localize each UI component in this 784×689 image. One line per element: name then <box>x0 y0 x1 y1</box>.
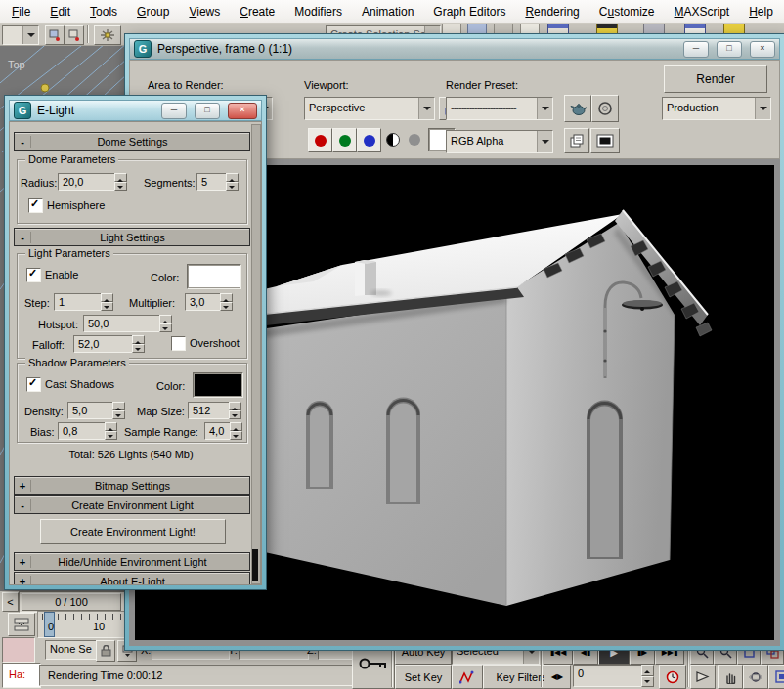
menu-file[interactable]: File <box>2 2 40 22</box>
sample-range-spinner[interactable] <box>230 422 242 440</box>
track-tick-10: 10 <box>93 621 105 632</box>
close-button[interactable]: × <box>228 103 257 119</box>
alpha-channel-button[interactable] <box>403 128 425 151</box>
frame-spinner[interactable] <box>641 665 654 687</box>
render-iterative-button[interactable] <box>591 95 619 122</box>
time-slider-handle[interactable]: 0 / 100 <box>22 593 121 611</box>
render-window-titlebar[interactable]: G Perspective, frame 0 (1:1) ─ □ × <box>129 38 780 60</box>
menu-bar: File Edit Tools Group Views Create Modif… <box>0 0 784 24</box>
close-button[interactable]: × <box>750 41 775 58</box>
segments-spinner[interactable] <box>226 173 239 191</box>
select-icon <box>49 29 61 41</box>
monochrome-button[interactable] <box>381 128 404 151</box>
hotspot-spinner[interactable] <box>159 315 172 332</box>
channel-display-combo[interactable]: RGB Alpha <box>446 130 553 153</box>
light-color-swatch[interactable] <box>187 264 241 289</box>
elight-titlebar[interactable]: G E-Light ─ □ × <box>9 100 262 121</box>
green-channel-button[interactable] <box>332 128 357 152</box>
clone-rendered-frame-button[interactable] <box>564 128 589 153</box>
falloff-spinner[interactable] <box>132 335 145 353</box>
rollout-create-environment-light[interactable]: - Create Environment Light <box>14 495 250 514</box>
menu-maxscript[interactable]: MAXScript <box>665 2 740 22</box>
menu-tools[interactable]: Tools <box>80 2 127 22</box>
hotspot-field[interactable]: 50,0 <box>83 315 167 332</box>
rollout-bitmap-settings[interactable]: + Bitmap Settings <box>14 476 250 495</box>
menu-customize[interactable]: Customize <box>589 2 665 22</box>
copy-icon <box>570 134 584 148</box>
area-to-render-label: Area to Render: <box>148 79 224 91</box>
radius-spinner[interactable] <box>114 173 127 191</box>
enable-checkbox[interactable] <box>26 268 41 282</box>
rollout-dome-settings[interactable]: - Dome Settings <box>14 132 250 151</box>
maximize-button[interactable]: □ <box>717 41 742 58</box>
step-spinner[interactable] <box>101 293 113 311</box>
hemisphere-checkbox[interactable] <box>28 198 43 213</box>
rollout-scrollbar[interactable] <box>251 124 261 584</box>
density-spinner[interactable] <box>112 402 125 419</box>
multiplier-spinner[interactable] <box>220 293 233 311</box>
production-combo[interactable]: Production <box>662 97 771 120</box>
menu-modifiers[interactable]: Modifiers <box>284 2 352 22</box>
menu-rendering[interactable]: Rendering <box>515 2 588 22</box>
bias-spinner[interactable] <box>105 422 117 440</box>
green-dot-icon <box>339 135 351 147</box>
rollout-hide-unhide[interactable]: + Hide/Unhide Environment Light <box>14 552 250 571</box>
mono-circle-icon <box>386 133 400 147</box>
selection-lock-button[interactable] <box>96 640 115 662</box>
create-environment-light-button[interactable]: Create Environment Light! <box>40 519 226 544</box>
maximize-button[interactable]: □ <box>195 103 220 119</box>
falloff-label: Falloff: <box>32 339 65 351</box>
render-window-title: Perspective, frame 0 (1:1) <box>157 42 675 56</box>
menu-animation[interactable]: Animation <box>352 2 423 22</box>
clock-icon <box>666 670 679 684</box>
toolbar-separator <box>87 25 89 43</box>
light-color-label: Color: <box>151 272 179 283</box>
select-object-button[interactable] <box>45 25 65 45</box>
scrollbar-thumb[interactable] <box>252 549 258 581</box>
shadow-color-swatch[interactable] <box>193 372 243 398</box>
rollout-light-settings[interactable]: - Light Settings <box>14 228 250 246</box>
render-preset-combo[interactable]: ------------------------- <box>446 97 553 120</box>
falloff-field[interactable]: 52,0 <box>73 335 140 353</box>
minimize-button[interactable]: ─ <box>683 41 709 58</box>
menu-edit[interactable]: Edit <box>40 2 80 22</box>
maximize-viewport-button[interactable] <box>768 665 784 689</box>
red-channel-button[interactable] <box>308 128 332 152</box>
render-button[interactable]: Render <box>664 65 767 93</box>
key-mode-button[interactable]: ◀▶ <box>544 665 571 689</box>
overshoot-checkbox[interactable] <box>171 336 186 351</box>
channel-bw-button[interactable] <box>590 128 620 153</box>
set-key-button[interactable]: Set Key <box>395 665 452 689</box>
cast-shadows-checkbox[interactable] <box>26 377 41 392</box>
track-bar[interactable]: 0 10 <box>37 611 127 638</box>
time-configuration-button[interactable] <box>659 665 686 689</box>
rollout-about-elight[interactable]: + About E-Light <box>14 572 250 585</box>
radius-field[interactable]: 20,0 <box>58 173 122 191</box>
current-frame-field[interactable]: 0 <box>573 665 649 687</box>
chevron-down-icon <box>22 26 38 44</box>
minimize-button[interactable]: ─ <box>161 103 187 119</box>
orbit-button[interactable] <box>743 665 768 689</box>
field-of-view-button[interactable] <box>690 665 716 689</box>
menu-views[interactable]: Views <box>179 2 230 22</box>
select-by-name-button[interactable] <box>65 25 84 45</box>
menu-graph-editors[interactable]: Graph Editors <box>423 2 515 22</box>
curve-toggle-button[interactable] <box>452 665 483 689</box>
toolbar-combo[interactable] <box>2 25 39 45</box>
map-size-spinner[interactable] <box>229 402 241 419</box>
time-slider-track[interactable]: 0 / 100 <box>19 591 126 613</box>
viewport-combo[interactable]: Perspective <box>304 97 435 120</box>
render-setup-button[interactable] <box>564 95 591 122</box>
blue-channel-button[interactable] <box>357 128 381 152</box>
menu-create[interactable]: Create <box>230 2 284 22</box>
listener-box[interactable]: Ha: <box>2 663 41 688</box>
menu-group[interactable]: Group <box>127 2 179 22</box>
menu-help[interactable]: Help <box>739 2 783 22</box>
macro-recorder-box[interactable] <box>2 637 35 663</box>
time-prev-button[interactable]: < <box>2 592 19 612</box>
maximize-toggle-icon <box>775 670 784 683</box>
pan-button[interactable] <box>718 665 743 689</box>
select-and-manipulate-button[interactable] <box>94 25 121 45</box>
sample-range-label: Sample Range: <box>124 426 198 438</box>
mini-curve-editor-button[interactable] <box>8 613 35 636</box>
